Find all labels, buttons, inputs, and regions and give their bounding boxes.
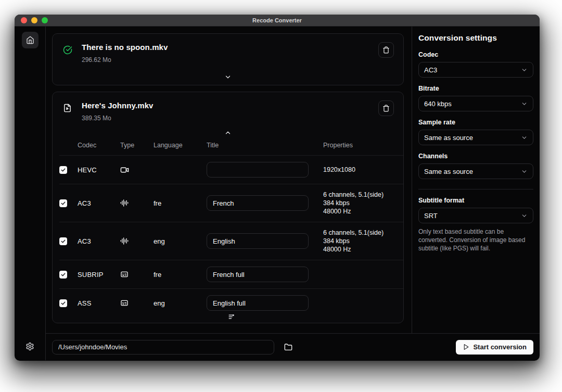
track-checkbox[interactable] <box>59 237 67 245</box>
sample-rate-label: Sample rate <box>418 119 533 126</box>
track-title-input[interactable] <box>207 267 309 282</box>
close-button[interactable] <box>21 17 27 23</box>
bitrate-select[interactable]: 640 kbps <box>418 96 533 111</box>
track-codec: SUBRIP <box>78 271 120 279</box>
property-line: 384 kbps <box>323 199 403 207</box>
gear-icon <box>25 342 34 351</box>
codec-label: Codec <box>418 51 533 58</box>
channels-value: Same as source <box>424 168 473 175</box>
captions-icon <box>120 270 129 279</box>
output-path-input[interactable] <box>52 340 274 355</box>
track-type <box>120 270 154 279</box>
track-table-header: Codec Type Language Title Properties <box>59 142 403 149</box>
track-properties: 1920x1080 <box>323 166 403 174</box>
channels-select[interactable]: Same as source <box>418 163 533 179</box>
track-checkbox[interactable] <box>59 299 67 307</box>
audio-lines-icon <box>120 199 129 207</box>
chevron-down-icon <box>521 100 528 107</box>
track-codec: HEVC <box>78 166 120 174</box>
list-end-icon <box>59 313 403 323</box>
titlebar: Recode Converter <box>15 15 540 27</box>
file-name: Here's Johnny.mkv <box>82 100 154 111</box>
track-title-input[interactable] <box>207 195 309 211</box>
settings-divider <box>418 189 533 189</box>
track-row: ASS eng <box>59 288 403 317</box>
play-icon <box>463 344 469 350</box>
subtitle-format-value: SRT <box>424 212 438 220</box>
settings-button[interactable] <box>23 339 37 353</box>
check-icon <box>60 167 66 173</box>
track-codec: AC3 <box>78 199 120 207</box>
chevron-down-icon <box>521 67 528 73</box>
track-codec: AC3 <box>78 237 120 245</box>
sidebar <box>15 27 46 360</box>
subtitle-format-label: Subtitle format <box>418 197 533 204</box>
home-icon <box>26 36 34 44</box>
subtitle-note: Only text based subtitle can be converte… <box>418 228 533 253</box>
file-video-icon <box>63 104 72 112</box>
track-title-input[interactable] <box>207 162 309 178</box>
track-properties: 6 channels, 5.1(side)384 kbps48000 Hz <box>323 191 403 216</box>
collapse-file-toggle[interactable] <box>53 122 403 142</box>
delete-file-button[interactable] <box>378 100 394 116</box>
column-header-language: Language <box>154 142 207 149</box>
codec-select[interactable]: AC3 <box>418 62 533 78</box>
column-header-title: Title <box>207 142 323 149</box>
track-row: HEVC 1920x1080 <box>59 155 403 184</box>
subtitle-format-select[interactable]: SRT <box>418 208 533 223</box>
conversion-settings-panel: Conversion settings Codec AC3 Bitrate 64… <box>412 27 540 333</box>
track-type <box>120 166 154 174</box>
property-line: 6 channels, 5.1(side) <box>323 229 403 237</box>
track-checkbox[interactable] <box>59 199 67 207</box>
track-checkbox[interactable] <box>59 271 67 279</box>
file-name: There is no spoon.mkv <box>82 42 168 53</box>
audio-lines-icon <box>120 237 129 245</box>
chevron-down-icon <box>521 212 528 219</box>
track-language: fre <box>154 271 207 279</box>
track-type <box>120 237 154 245</box>
file-size: 389.35 Mo <box>82 115 154 122</box>
chevron-down-icon <box>521 134 528 141</box>
file-list: There is no spoon.mkv 296.62 Mo <box>46 27 412 333</box>
chevron-down-icon <box>521 168 528 175</box>
track-row: AC3 fre 6 channels, 5.1(side)384 kbps480… <box>59 184 403 222</box>
footer-bar: Start conversion <box>46 333 540 360</box>
check-icon <box>60 300 66 306</box>
column-header-codec: Codec <box>78 142 120 149</box>
minimize-button[interactable] <box>31 17 37 23</box>
track-type <box>120 199 154 207</box>
sample-rate-select[interactable]: Same as source <box>418 130 533 145</box>
zoom-button[interactable] <box>42 17 48 23</box>
expand-file-toggle[interactable] <box>53 71 403 85</box>
track-language: eng <box>154 299 207 307</box>
track-codec: ASS <box>78 299 120 307</box>
folder-icon <box>284 343 292 351</box>
sidebar-item-home[interactable] <box>22 32 39 48</box>
codec-value: AC3 <box>424 66 437 74</box>
delete-file-button[interactable] <box>378 42 394 58</box>
bitrate-value: 640 kbps <box>424 100 452 108</box>
start-conversion-label: Start conversion <box>473 343 527 351</box>
window-title: Recode Converter <box>15 17 540 23</box>
check-icon <box>60 272 66 277</box>
track-title-input[interactable] <box>207 295 309 311</box>
track-table: Codec Type Language Title Properties HEV… <box>53 142 403 323</box>
trash-icon <box>382 105 390 112</box>
track-row: SUBRIP fre <box>59 260 403 288</box>
browse-folder-button[interactable] <box>281 340 296 355</box>
property-line: 1920x1080 <box>323 166 403 174</box>
start-conversion-button[interactable]: Start conversion <box>456 340 533 355</box>
check-icon <box>60 238 66 244</box>
chevron-up-icon <box>224 129 232 136</box>
channels-label: Channels <box>418 153 533 160</box>
property-line: 48000 Hz <box>323 245 403 254</box>
track-title-input[interactable] <box>207 233 309 249</box>
column-header-properties: Properties <box>323 142 403 149</box>
check-circle-icon <box>63 45 72 55</box>
sample-rate-value: Same as source <box>424 134 473 142</box>
bitrate-label: Bitrate <box>418 85 533 92</box>
property-line: 384 kbps <box>323 237 403 245</box>
track-type <box>120 299 154 307</box>
track-checkbox[interactable] <box>59 166 67 174</box>
file-size: 296.62 Mo <box>82 56 168 64</box>
